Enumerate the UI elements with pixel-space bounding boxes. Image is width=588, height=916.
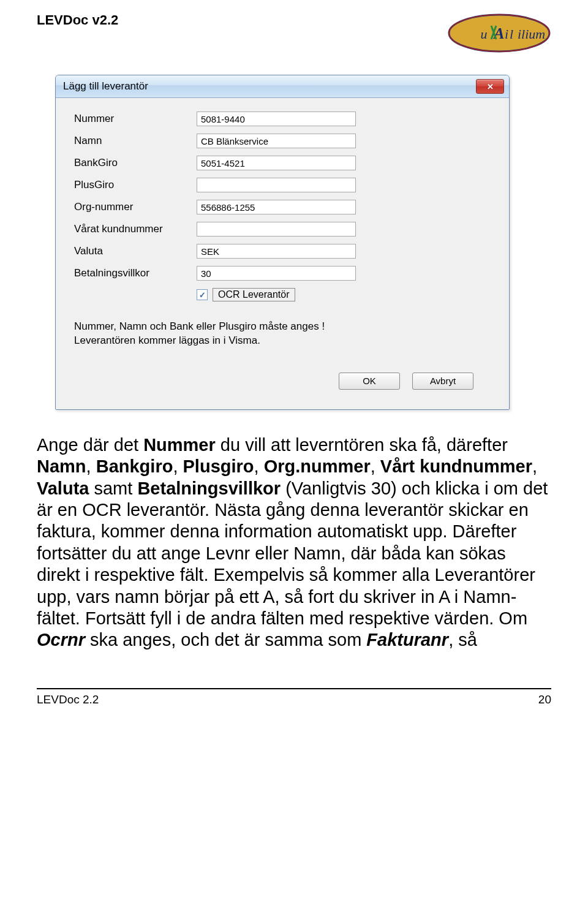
input-bankgiro[interactable]: [197, 156, 356, 170]
input-namn[interactable]: [197, 134, 356, 148]
svg-text:l: l: [510, 26, 513, 42]
add-supplier-dialog: Lägg till leverantör ✕ Nummer Namn BankG…: [55, 75, 510, 410]
input-orgnummer[interactable]: [197, 200, 356, 214]
dialog-title: Lägg till leverantör: [61, 80, 148, 93]
dialog-body: Nummer Namn BankGiro PlusGiro Org-nummer…: [56, 98, 509, 409]
cancel-button[interactable]: Avbryt: [412, 373, 473, 390]
dialog-hint: Nummer, Namn och Bank eller Plusgiro mås…: [74, 320, 491, 348]
footer-left: LEVDoc 2.2: [37, 693, 99, 706]
ocr-label: OCR Leverantör: [213, 288, 295, 301]
label-valuta: Valuta: [74, 245, 197, 257]
body-paragraph: Ange där det Nummer du vill att leverntö…: [37, 434, 551, 651]
page-header: LEVDoc v2.2 A u ilium i l: [37, 12, 551, 56]
hint-line-2: Leverantören kommer läggas in i Visma.: [74, 335, 260, 346]
svg-text:u: u: [481, 26, 488, 42]
input-betalningsvillkor[interactable]: [197, 266, 356, 281]
doc-title: LEVDoc v2.2: [37, 12, 118, 28]
label-bankgiro: BankGiro: [74, 157, 197, 169]
svg-text:ilium: ilium: [518, 26, 545, 42]
ok-button[interactable]: OK: [339, 373, 400, 390]
close-icon: ✕: [487, 82, 494, 91]
label-nummer: Nummer: [74, 113, 197, 125]
close-button[interactable]: ✕: [476, 79, 504, 94]
page-footer: LEVDoc 2.2 20: [37, 688, 551, 706]
svg-text:i: i: [505, 26, 508, 42]
label-betalningsvillkor: Betalningsvillkor: [74, 267, 197, 279]
input-nummer[interactable]: [197, 112, 356, 126]
dialog-titlebar: Lägg till leverantör ✕: [56, 75, 509, 98]
label-plusgiro: PlusGiro: [74, 179, 197, 191]
input-kundnummer[interactable]: [197, 222, 356, 237]
hint-line-1: Nummer, Namn och Bank eller Plusgiro mås…: [74, 320, 325, 332]
input-valuta[interactable]: [197, 244, 356, 259]
footer-page-number: 20: [538, 693, 551, 706]
label-kundnummer: Vårat kundnummer: [74, 223, 197, 235]
input-plusgiro[interactable]: [197, 178, 356, 192]
label-namn: Namn: [74, 135, 197, 147]
label-orgnummer: Org-nummer: [74, 201, 197, 213]
auxilium-logo: A u ilium i l: [447, 12, 551, 56]
ocr-checkbox[interactable]: ✓: [197, 289, 208, 300]
